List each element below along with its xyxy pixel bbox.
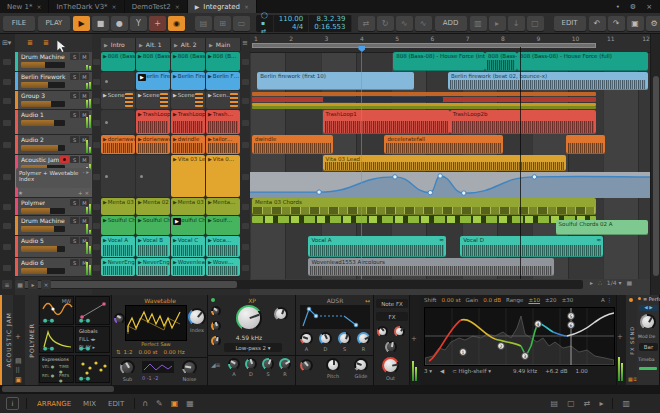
clip-play-icon[interactable]: ▶: [208, 259, 212, 265]
volume-slider[interactable]: [21, 82, 65, 88]
clip-play-icon[interactable]: ▶: [173, 136, 177, 142]
knob[interactable]: [640, 314, 656, 330]
knob[interactable]: [236, 305, 262, 331]
launcher-clip[interactable]: ▶Menta 03 C…: [171, 198, 205, 215]
volume-slider[interactable]: [21, 208, 65, 214]
clip-stop-button[interactable]: [93, 244, 100, 250]
automation-point[interactable]: [438, 174, 442, 178]
arranger-clip[interactable]: TrashLoop1: [323, 110, 450, 134]
knob[interactable]: [262, 358, 274, 370]
automation-follow-icon[interactable]: ∿: [396, 16, 413, 31]
track-spine-toggle[interactable]: [3, 142, 11, 148]
envelope-display[interactable]: [300, 305, 370, 329]
launcher-clip[interactable]: ▶Vocal C: [171, 236, 205, 257]
track-name[interactable]: Audio 6: [21, 259, 44, 266]
steps-modulator[interactable]: ●–●: [75, 355, 110, 383]
clip-fold-icon[interactable]: ≈: [596, 236, 601, 243]
undo-button[interactable]: ↶: [589, 16, 606, 31]
track-name[interactable]: Audio 1: [21, 111, 44, 118]
arranger-clip[interactable]: Menta 03 Chords: [252, 198, 596, 215]
vertical-scrollbar[interactable]: [650, 34, 660, 295]
launcher-clip[interactable]: ▶dwindle: [171, 135, 205, 154]
eq-band-q[interactable]: 1.00: [576, 368, 588, 374]
fine-tune-value[interactable]: 0.00 Hz: [164, 349, 185, 355]
filter-mode-dropdown[interactable]: Low-pass 2 ▾: [224, 343, 282, 352]
knob[interactable]: [188, 308, 206, 326]
add-remove-icons[interactable]: + ×: [78, 190, 89, 196]
close-tab-icon[interactable]: ×: [112, 3, 117, 10]
close-tab-icon[interactable]: ×: [175, 3, 180, 10]
clip-stop-button[interactable]: [93, 59, 100, 65]
track-spine-toggle[interactable]: [3, 120, 11, 126]
launcher-clip[interactable]: ▶Berlin Fire…▶: [136, 72, 170, 90]
track-header[interactable]: PolymerSM: [15, 198, 92, 216]
scene-play-icon[interactable]: ▶: [209, 42, 213, 48]
sub-octave-options[interactable]: 0 -1 -2: [142, 375, 158, 381]
clip-play-icon[interactable]: ▶: [173, 237, 177, 243]
clip-stop-button[interactable]: [93, 120, 100, 126]
track-spine-toggle[interactable]: [3, 244, 11, 250]
knob[interactable]: [382, 357, 399, 374]
pin-icon[interactable]: ▣: [15, 376, 22, 384]
headphones-icon[interactable]: ∩: [142, 399, 148, 408]
knob[interactable]: [211, 336, 221, 346]
arranger-clip[interactable]: deceleratefall: [384, 135, 502, 154]
launcher-clip[interactable]: ▶Wovenlead1…: [171, 258, 205, 276]
track-header[interactable]: Drum MachineSM: [15, 216, 92, 236]
record-button[interactable]: ●: [111, 16, 128, 31]
snap-settings[interactable]: ▸∴1/4 ▾▦: [590, 279, 632, 286]
eq-band-gain[interactable]: +6.2 dB: [545, 368, 567, 374]
clip-play-icon[interactable]: ▶: [208, 217, 212, 223]
arranger-clip[interactable]: Soulful Chords 02 A: [556, 220, 648, 235]
clip-play-icon[interactable]: ▶: [103, 92, 107, 98]
launcher-clip[interactable]: ▶808 (Bass-…: [101, 52, 135, 71]
solo-button[interactable]: S: [70, 237, 79, 244]
volume-slider[interactable]: [21, 120, 65, 126]
eq-shift-value[interactable]: 0.00 st: [442, 297, 461, 303]
solo-button[interactable]: S: [70, 111, 79, 118]
clip-stop-button[interactable]: [93, 174, 100, 180]
expressions-modulator[interactable]: ExpressionsVEL ●TIMB ●REL ●PRES ●: [39, 355, 74, 383]
grid-dots-icon[interactable]: ⠿: [15, 367, 20, 375]
wavetable-name[interactable]: Perfect Saw: [112, 341, 200, 347]
document-tab[interactable]: New 1*×: [0, 0, 49, 13]
grid-snap-icon[interactable]: ▦: [626, 279, 632, 286]
clip-play-icon[interactable]: ▶: [173, 199, 177, 205]
clip-play-icon[interactable]: ▶: [103, 259, 107, 265]
eq-range-option[interactable]: ±30: [562, 297, 574, 303]
settings-button[interactable]: ⚙: [646, 16, 660, 31]
clip-play-icon[interactable]: ▶: [138, 92, 142, 98]
clip-play-icon[interactable]: ▶: [208, 136, 212, 142]
knob[interactable]: [394, 326, 405, 337]
knob[interactable]: [385, 341, 397, 353]
clip-play-icon[interactable]: ▶: [103, 217, 107, 223]
clip-stop-button[interactable]: [93, 265, 100, 271]
scene-play-icon[interactable]: ▶: [174, 42, 178, 48]
clip-play-icon[interactable]: ▶: [173, 156, 177, 162]
tempo-value[interactable]: 110.00: [279, 15, 304, 23]
loop-icon[interactable]: ↻: [377, 16, 394, 31]
plus-panel-icon[interactable]: ⊞: [214, 16, 231, 31]
clip-play-icon[interactable]: ▶: [138, 53, 142, 59]
add-button[interactable]: ADD: [435, 16, 467, 31]
wavetable-display[interactable]: [125, 305, 187, 341]
solo-button[interactable]: S: [70, 199, 79, 206]
close-tab-icon[interactable]: ×: [36, 3, 41, 10]
record-arm-button[interactable]: [60, 156, 69, 163]
volume-slider[interactable]: [21, 226, 65, 232]
clip-play-icon[interactable]: ▶: [173, 111, 177, 117]
knob[interactable]: [114, 313, 125, 324]
knob[interactable]: [211, 306, 221, 316]
track-spine-toggle[interactable]: [3, 79, 11, 85]
cutoff-value[interactable]: 4.59 kHz: [222, 334, 276, 341]
perf-range-slider[interactable]: ◀ ▶: [639, 305, 658, 311]
track-name[interactable]: Audio 5: [21, 237, 44, 244]
settings-icon[interactable]: ⚙: [630, 3, 636, 11]
launcher-clip[interactable]: ▶Berlin Fire…: [171, 72, 205, 90]
stop-button[interactable]: ■: [92, 16, 109, 31]
add-device-button-2[interactable]: +: [617, 333, 623, 341]
view-toggle-mix[interactable]: MIX: [80, 399, 99, 409]
pen-tool-icon[interactable]: ✎: [156, 399, 163, 408]
track-name[interactable]: Berlin Firework Kit: [21, 73, 67, 80]
file-button[interactable]: FILE: [3, 16, 35, 31]
